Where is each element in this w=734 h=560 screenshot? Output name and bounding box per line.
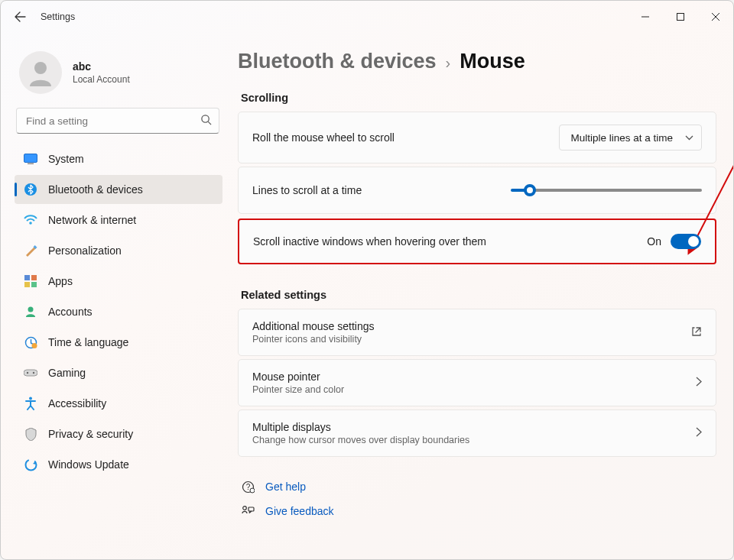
nav-label: Gaming xyxy=(48,367,86,379)
chevron-right-icon xyxy=(696,427,702,439)
close-icon xyxy=(712,13,719,21)
nav-network[interactable]: Network & internet xyxy=(15,206,222,235)
titlebar: Settings xyxy=(1,1,733,33)
nav-label: Bluetooth & devices xyxy=(48,183,143,196)
svg-rect-3 xyxy=(24,154,37,163)
scroll-inactive-toggle[interactable] xyxy=(671,234,701,249)
wifi-icon xyxy=(24,213,37,227)
svg-point-19 xyxy=(25,459,36,470)
svg-rect-0 xyxy=(677,14,684,21)
svg-rect-8 xyxy=(24,275,30,280)
clock-globe-icon xyxy=(24,335,37,349)
page-title: Mouse xyxy=(460,50,525,73)
nav-personalization[interactable]: Personalization xyxy=(15,236,222,265)
nav-label: Network & internet xyxy=(48,214,136,226)
svg-point-18 xyxy=(29,397,32,400)
svg-rect-4 xyxy=(28,163,34,165)
setting-label: Scroll inactive windows when hovering ov… xyxy=(253,235,486,248)
user-name: abc xyxy=(73,60,130,73)
chevron-right-icon: › xyxy=(446,54,451,72)
item-subtitle: Pointer icons and visibility xyxy=(252,334,375,345)
svg-point-6 xyxy=(29,222,32,225)
nav-label: System xyxy=(48,153,84,165)
nav-label: Accessibility xyxy=(48,397,106,409)
get-help-row[interactable]: ? Get help xyxy=(238,475,716,498)
nav-time-language[interactable]: Time & language xyxy=(15,328,222,357)
lines-to-scroll-setting: Lines to scroll at a time xyxy=(238,167,716,214)
account-type: Local Account xyxy=(73,74,130,85)
minimize-icon xyxy=(641,13,649,21)
nav-label: Time & language xyxy=(48,336,128,348)
accounts-icon xyxy=(24,305,37,319)
scroll-inactive-setting: Scroll inactive windows when hovering ov… xyxy=(238,218,716,264)
svg-rect-10 xyxy=(24,282,30,287)
breadcrumb-parent[interactable]: Bluetooth & devices xyxy=(238,50,437,73)
person-icon xyxy=(25,57,56,88)
additional-mouse-settings[interactable]: Additional mouse settings Pointer icons … xyxy=(238,309,716,356)
section-scrolling-header: Scrolling xyxy=(241,92,716,104)
shield-icon xyxy=(24,427,37,441)
svg-rect-25 xyxy=(248,507,254,511)
lines-slider[interactable] xyxy=(511,181,702,199)
content-area: Bluetooth & devices › Mouse Scrolling Ro… xyxy=(230,33,733,559)
give-feedback-row[interactable]: Give feedback xyxy=(238,500,716,523)
nav-accessibility[interactable]: Accessibility xyxy=(15,389,222,418)
nav-system[interactable]: System xyxy=(15,144,222,173)
roll-wheel-dropdown[interactable]: Multiple lines at a time xyxy=(559,125,702,151)
help-icon: ? xyxy=(241,480,255,494)
nav-windows-update[interactable]: Windows Update xyxy=(15,450,222,479)
item-title: Additional mouse settings xyxy=(252,320,375,332)
nav-label: Privacy & security xyxy=(48,428,133,440)
accessibility-icon xyxy=(24,397,37,410)
back-button[interactable] xyxy=(11,8,28,25)
search-input[interactable] xyxy=(16,108,219,134)
svg-rect-15 xyxy=(24,370,37,376)
maximize-icon xyxy=(677,13,684,21)
search-icon xyxy=(200,114,212,128)
gamepad-icon xyxy=(24,366,37,380)
nav-label: Windows Update xyxy=(48,458,129,471)
svg-point-24 xyxy=(242,506,246,510)
nav-privacy-security[interactable]: Privacy & security xyxy=(15,419,222,448)
item-subtitle: Change how cursor moves over display bou… xyxy=(252,435,469,445)
svg-rect-11 xyxy=(31,282,37,287)
chevron-right-icon xyxy=(696,377,702,389)
svg-point-17 xyxy=(33,372,34,374)
mouse-pointer-link[interactable]: Mouse pointer Pointer size and color xyxy=(238,359,716,406)
nav-accounts[interactable]: Accounts xyxy=(15,297,222,326)
feedback-icon xyxy=(241,504,255,518)
breadcrumb: Bluetooth & devices › Mouse xyxy=(238,50,716,73)
give-feedback-link[interactable]: Give feedback xyxy=(265,505,334,517)
external-link-icon xyxy=(691,326,702,339)
account-block[interactable]: abc Local Account xyxy=(15,47,222,108)
slider-thumb[interactable] xyxy=(524,184,536,196)
nav-apps[interactable]: Apps xyxy=(15,267,222,296)
nav-gaming[interactable]: Gaming xyxy=(15,358,222,387)
chevron-down-icon xyxy=(685,135,693,141)
paintbrush-icon xyxy=(24,244,37,257)
multiple-displays-link[interactable]: Multiple displays Change how cursor move… xyxy=(238,409,716,457)
nav-label: Personalization xyxy=(48,244,122,257)
maximize-button[interactable] xyxy=(663,5,698,29)
dropdown-value: Multiple lines at a time xyxy=(570,132,673,144)
item-subtitle: Pointer size and color xyxy=(252,384,344,395)
sidebar: abc Local Account System Bluetooth & dev… xyxy=(1,33,230,559)
nav-bluetooth-devices[interactable]: Bluetooth & devices xyxy=(15,175,222,204)
svg-point-2 xyxy=(202,115,209,122)
search-box[interactable] xyxy=(16,108,219,134)
system-icon xyxy=(24,152,37,166)
svg-rect-9 xyxy=(31,275,37,280)
close-button[interactable] xyxy=(698,5,733,29)
item-title: Multiple displays xyxy=(252,421,469,433)
svg-point-12 xyxy=(28,307,34,312)
window-title: Settings xyxy=(41,11,75,22)
roll-wheel-setting: Roll the mouse wheel to scroll Multiple … xyxy=(238,112,716,163)
nav-label: Apps xyxy=(48,275,73,287)
bluetooth-icon xyxy=(24,183,37,196)
get-help-link[interactable]: Get help xyxy=(265,481,306,493)
setting-label: Roll the mouse wheel to scroll xyxy=(252,131,395,144)
setting-label: Lines to scroll at a time xyxy=(252,184,362,196)
minimize-button[interactable] xyxy=(628,5,663,29)
toggle-state-label: On xyxy=(647,235,661,248)
section-related-header: Related settings xyxy=(241,289,716,301)
